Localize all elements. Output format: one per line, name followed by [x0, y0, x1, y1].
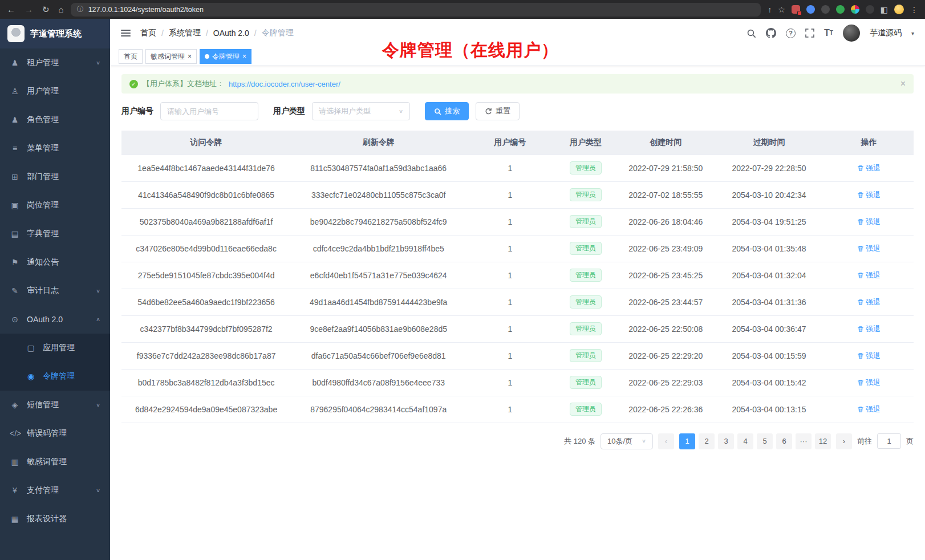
force-logout-button[interactable]: 强退	[857, 244, 881, 254]
page-button[interactable]: 3	[718, 433, 734, 449]
force-logout-button[interactable]: 强退	[857, 378, 881, 388]
share-icon[interactable]: ↑	[768, 5, 772, 14]
extension-icon[interactable]	[851, 5, 859, 14]
page-button[interactable]: 1	[679, 433, 695, 449]
breadcrumb-item[interactable]: 首页	[140, 28, 156, 38]
back-icon[interactable]: ←	[7, 5, 15, 14]
cell-user-id: 1	[466, 262, 554, 289]
tab-home[interactable]: 首页	[119, 49, 143, 64]
collapse-sidebar-icon[interactable]	[121, 30, 131, 36]
forward-icon[interactable]: →	[25, 5, 33, 14]
cell-access-token: 502375b8040a469a9b82188afdf6af1f	[121, 208, 291, 235]
user-name[interactable]: 芋道源码	[870, 28, 902, 38]
bookmark-star-icon[interactable]: ☆	[778, 5, 785, 14]
force-logout-label: 强退	[866, 217, 881, 227]
breadcrumb-item[interactable]: OAuth 2.0	[213, 29, 249, 38]
github-icon[interactable]	[766, 28, 776, 38]
force-logout-label: 强退	[866, 190, 881, 200]
cell-access-token: 1ea5e44f8bc1467aaede43144f31de76	[121, 155, 291, 181]
extension-icon[interactable]	[792, 5, 800, 14]
extension-icon[interactable]	[836, 5, 845, 14]
prev-page-button[interactable]: ‹	[658, 433, 674, 449]
reload-icon[interactable]: ↻	[42, 5, 50, 15]
sidebar-item-label: 岗位管理	[27, 200, 100, 210]
cell-user-type: 管理员	[554, 396, 617, 423]
page-button[interactable]: 5	[757, 433, 773, 449]
close-icon[interactable]: ×	[188, 53, 192, 60]
sidebar-item-oauth2-application[interactable]: ▢应用管理	[0, 334, 110, 362]
split-view-icon[interactable]: ◧	[881, 5, 888, 14]
user-type-select[interactable]: 请选择用户类型 ∨	[312, 102, 410, 120]
goto-page-input[interactable]	[877, 433, 901, 449]
extension-icon[interactable]	[821, 5, 830, 14]
page-button[interactable]: 6	[776, 433, 792, 449]
page-button[interactable]: 4	[737, 433, 753, 449]
page-button[interactable]: 2	[699, 433, 715, 449]
page-size-select[interactable]: 10条/页 ∨	[601, 433, 653, 449]
sidebar-item-sensitive-word-management[interactable]: ▥敏感词管理	[0, 448, 110, 476]
tab-token[interactable]: 令牌管理×	[200, 49, 251, 64]
sidebar-item-menu-management[interactable]: ≡菜单管理	[0, 134, 110, 163]
table-row: 54d6be82ee5a460a9aedc1f9bf22365649d1aa46…	[121, 289, 914, 315]
browser-menu-icon[interactable]: ⋮	[910, 5, 918, 14]
chevron-down-icon[interactable]: ▾	[911, 30, 914, 36]
address-bar[interactable]: ⓘ 127.0.0.1:1024/system/oauth2/token	[71, 3, 761, 17]
table-row: c347026e805e4d99b0d116eae66eda8ccdfc4ce9…	[121, 235, 914, 262]
sidebar-item-role-management[interactable]: ♟角色管理	[0, 105, 110, 134]
sidebar-item-sms-management[interactable]: ◈短信管理∨	[0, 391, 110, 419]
sidebar-item-pay-management[interactable]: ¥支付管理∨	[0, 476, 110, 505]
force-logout-button[interactable]: 强退	[857, 217, 881, 227]
force-logout-button[interactable]: 强退	[857, 163, 881, 173]
doc-link[interactable]: https://doc.iocoder.cn/user-center/	[229, 80, 340, 88]
sidebar-item-user-management[interactable]: ♙用户管理	[0, 77, 110, 105]
sidebar-item-tenant-management[interactable]: ♟租户管理∨	[0, 48, 110, 77]
tab-sensitive-word[interactable]: 敏感词管理×	[145, 49, 197, 64]
cell-refresh-token: cdfc4ce9c2da4bb1bdf21b9918ff4be5	[291, 235, 466, 262]
home-icon[interactable]: ⌂	[59, 5, 64, 14]
pay-icon: ¥	[10, 486, 20, 495]
sidebar-item-post-management[interactable]: ▣岗位管理	[0, 191, 110, 220]
app-logo-row[interactable]: 芋道管理系统	[0, 19, 110, 48]
sidebar-item-oauth2-token[interactable]: ◉令牌管理	[0, 362, 110, 391]
table-row: 502375b8040a469a9b82188afdf6af1fbe90422b…	[121, 208, 914, 235]
search-icon[interactable]	[747, 29, 756, 38]
browser-profile-avatar[interactable]	[894, 5, 904, 14]
chevron-down-icon: ∨	[96, 60, 100, 66]
pages-more-button[interactable]: ···	[796, 433, 812, 449]
force-logout-button[interactable]: 强退	[857, 190, 881, 200]
font-size-icon[interactable]: TT	[824, 29, 833, 38]
sidebar-item-dept-management[interactable]: ⊞部门管理	[0, 163, 110, 191]
page-button[interactable]: 12	[815, 433, 831, 449]
site-info-icon[interactable]: ⓘ	[77, 5, 84, 14]
user-id-input[interactable]	[160, 102, 258, 120]
force-logout-button[interactable]: 强退	[857, 297, 881, 307]
search-button[interactable]: 搜索	[425, 102, 469, 120]
breadcrumb-item[interactable]: 系统管理	[169, 28, 201, 38]
extension-icon[interactable]	[806, 5, 815, 14]
extension-icon[interactable]	[866, 5, 874, 14]
tab-label: 令牌管理	[212, 52, 240, 62]
breadcrumb: 首页/系统管理/OAuth 2.0/令牌管理	[140, 28, 294, 38]
fullscreen-icon[interactable]	[805, 29, 814, 38]
sidebar-item-dict-management[interactable]: ▤字典管理	[0, 220, 110, 248]
avatar[interactable]	[843, 25, 860, 42]
sidebar-item-audit-log[interactable]: ✎审计日志∨	[0, 277, 110, 305]
force-logout-button[interactable]: 强退	[857, 351, 881, 361]
force-logout-label: 强退	[866, 297, 881, 307]
close-icon[interactable]: ×	[242, 53, 246, 60]
sidebar-item-label: 应用管理	[43, 343, 100, 353]
goto-suffix: 页	[906, 436, 914, 447]
sidebar-item-error-code-management[interactable]: </>错误码管理	[0, 419, 110, 448]
close-icon[interactable]: ×	[900, 79, 906, 89]
help-icon[interactable]: ?	[786, 29, 796, 38]
reset-button[interactable]: 重置	[476, 102, 520, 120]
sidebar-item-oauth2[interactable]: ⊙OAuth 2.0∧	[0, 305, 110, 334]
chevron-down-icon: ∨	[96, 288, 100, 294]
sidebar-item-notice-announcement[interactable]: ⚑通知公告	[0, 248, 110, 277]
force-logout-button[interactable]: 强退	[857, 270, 881, 281]
cell-user-id: 1	[466, 289, 554, 315]
next-page-button[interactable]: ›	[836, 433, 852, 449]
force-logout-button[interactable]: 强退	[857, 404, 881, 415]
sidebar-item-report-designer[interactable]: ▦报表设计器	[0, 505, 110, 533]
force-logout-button[interactable]: 强退	[857, 324, 881, 334]
